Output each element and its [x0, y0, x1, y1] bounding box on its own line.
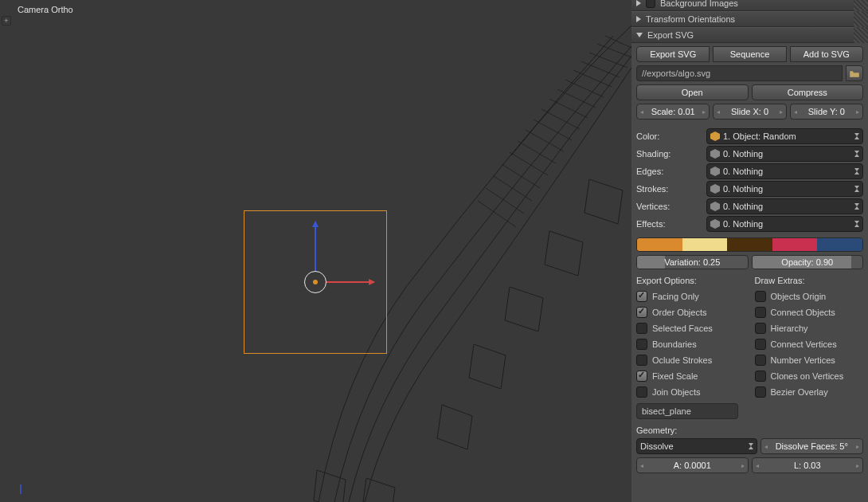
shading-dropdown[interactable]: 0. Nothing	[706, 146, 863, 162]
option-label: Oclude Strokes	[652, 355, 712, 365]
checkbox[interactable]	[636, 386, 647, 398]
option-row: Fixed Scale	[636, 368, 745, 384]
strokes-dropdown[interactable]: 0. Nothing	[706, 181, 863, 197]
panel-title: Export SVG	[647, 30, 694, 40]
color-dropdown[interactable]: 1. Object: Random	[706, 128, 863, 144]
option-row: Number Vertices	[755, 352, 864, 368]
option-row: Hierarchy	[755, 320, 864, 336]
method-text-field[interactable]: bisect_plane	[636, 403, 738, 419]
gizmo-x-axis[interactable]	[326, 281, 374, 283]
color-swatch[interactable]	[727, 238, 772, 251]
checkbox[interactable]	[755, 307, 766, 318]
checkbox[interactable]	[755, 339, 766, 350]
l-field[interactable]: L: 0.03	[752, 457, 864, 473]
effects-dropdown[interactable]: 0. Nothing	[706, 216, 863, 232]
sequence-button[interactable]: Sequence	[713, 46, 786, 62]
opacity-slider[interactable]: Opacity: 0.90	[752, 255, 864, 269]
variation-slider[interactable]: Variation: 0.25	[636, 255, 749, 269]
option-label: Facing Only	[652, 292, 699, 301]
svg-line-6	[557, 89, 596, 108]
properties-sidebar: Background Images Transform Orientations…	[631, 0, 868, 502]
grip-icon[interactable]	[854, 11, 868, 27]
compress-button[interactable]: Compress	[752, 84, 864, 100]
a-field[interactable]: A: 0.0001	[636, 457, 749, 473]
svg-line-11	[518, 141, 556, 163]
checkbox[interactable]	[636, 323, 647, 334]
edges-label: Edges:	[636, 167, 702, 176]
checkbox[interactable]	[755, 323, 766, 334]
cube-icon	[710, 202, 720, 211]
cube-icon	[710, 184, 720, 194]
svg-line-2	[589, 53, 628, 68]
vertices-label: Vertices:	[636, 202, 702, 211]
option-label: Join Objects	[652, 387, 701, 397]
option-label: Fixed Scale	[652, 371, 698, 381]
svg-line-8	[542, 109, 580, 129]
export-options-label: Export Options:	[636, 276, 745, 285]
color-swatches[interactable]	[636, 237, 863, 252]
chevron-right-icon	[636, 16, 641, 22]
svg-line-7	[549, 99, 588, 118]
effects-label: Effects:	[636, 219, 702, 229]
option-label: Bezier Overlay	[771, 387, 828, 397]
add-to-svg-button[interactable]: Add to SVG	[790, 46, 863, 62]
option-label: Objects Origin	[771, 292, 827, 301]
gizmo-origin	[313, 280, 318, 284]
panel-header-transform-orient[interactable]: Transform Orientations	[631, 11, 868, 27]
cube-icon	[710, 149, 720, 159]
panel-title: Background Images	[660, 0, 738, 8]
cube-icon	[710, 167, 720, 176]
export-svg-button[interactable]: Export SVG	[636, 46, 710, 62]
chevron-right-icon	[636, 0, 641, 6]
strokes-label: Strokes:	[636, 184, 702, 194]
edges-dropdown[interactable]: 0. Nothing	[706, 163, 863, 179]
grip-icon[interactable]	[854, 27, 868, 43]
option-row: Facing Only	[636, 288, 745, 304]
mini-axis-icon	[19, 483, 32, 496]
checkbox[interactable]	[755, 371, 766, 382]
file-browse-button[interactable]	[846, 65, 863, 81]
option-row: Join Objects	[636, 384, 745, 400]
option-row: Order Objects	[636, 304, 745, 320]
geometry-label: Geometry:	[636, 426, 863, 435]
vertices-dropdown[interactable]: 0. Nothing	[706, 198, 863, 214]
folder-icon	[849, 68, 860, 79]
bg-images-checkbox[interactable]	[646, 0, 655, 8]
gizmo-z-axis[interactable]	[315, 222, 316, 271]
slide-x-field[interactable]: Slide X: 0	[713, 104, 786, 120]
export-path-field[interactable]: //exports/algo.svg	[636, 65, 843, 81]
option-label: Connect Vertices	[771, 339, 837, 349]
export-svg-panel: Export SVG Sequence Add to SVG //exports…	[631, 43, 868, 483]
cube-icon	[710, 131, 720, 141]
option-row: Connect Objects	[755, 304, 864, 320]
option-label: Number Vertices	[771, 355, 835, 365]
checkbox[interactable]	[755, 355, 766, 366]
checkbox[interactable]	[636, 339, 647, 350]
checkbox[interactable]	[636, 371, 647, 382]
checkbox[interactable]	[636, 355, 647, 366]
option-label: Boundaries	[652, 339, 697, 349]
option-label: Hierarchy	[771, 324, 808, 333]
svg-line-5	[565, 80, 604, 97]
checkbox[interactable]	[636, 291, 647, 302]
option-row: Boundaries	[636, 336, 745, 352]
chevron-down-icon	[636, 33, 643, 37]
option-row: Selected Faces	[636, 320, 745, 336]
color-swatch[interactable]	[682, 238, 728, 251]
slide-y-field[interactable]: Slide Y: 0	[790, 104, 863, 120]
panel-header-export-svg[interactable]: Export SVG	[631, 27, 868, 43]
dissolve-dropdown[interactable]: Dissolve	[636, 438, 757, 454]
color-swatch[interactable]	[772, 238, 818, 251]
option-row: Oclude Strokes	[636, 352, 745, 368]
panel-header-bg-images[interactable]: Background Images	[631, 0, 868, 11]
checkbox[interactable]	[755, 291, 766, 302]
checkbox[interactable]	[755, 386, 766, 398]
open-button[interactable]: Open	[636, 84, 749, 100]
grip-icon[interactable]	[854, 0, 868, 11]
dissolve-faces-field[interactable]: Dissolve Faces: 5°	[760, 438, 864, 454]
checkbox[interactable]	[636, 307, 647, 318]
color-swatch[interactable]	[817, 238, 862, 251]
color-swatch[interactable]	[637, 238, 682, 251]
3d-viewport[interactable]: Camera Ortho +	[0, 0, 631, 502]
scale-field[interactable]: Scale: 0.01	[636, 104, 710, 120]
